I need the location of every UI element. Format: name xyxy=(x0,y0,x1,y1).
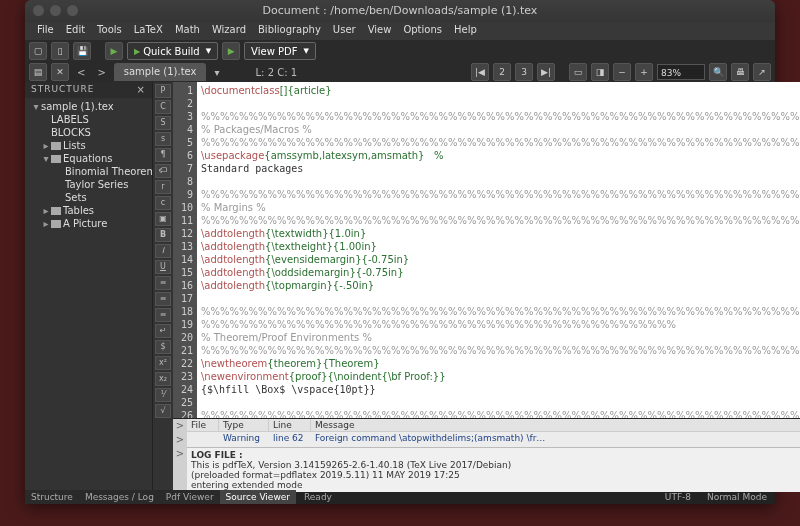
menubar: File Edit Tools LaTeX Math Wizard Biblio… xyxy=(25,22,775,40)
image-icon[interactable]: ▣ xyxy=(155,212,171,226)
status-tab-messages[interactable]: Messages / Log xyxy=(79,490,160,504)
prev-doc-icon[interactable]: < xyxy=(73,67,89,78)
zoom-out-icon[interactable]: − xyxy=(613,63,631,81)
pdf-find-icon[interactable]: 🔍 xyxy=(709,63,727,81)
tree-node[interactable]: ▾Equations xyxy=(27,152,150,165)
menu-bibliography[interactable]: Bibliography xyxy=(252,22,327,40)
statusbar: Structure Messages / Log Pdf Viewer Sour… xyxy=(25,490,775,504)
section-icon[interactable]: S xyxy=(155,116,171,130)
menu-options[interactable]: Options xyxy=(397,22,448,40)
pdf-mode-icon[interactable]: ◨ xyxy=(591,63,609,81)
menu-help[interactable]: Help xyxy=(448,22,483,40)
bold-icon[interactable]: B xyxy=(155,228,171,242)
math-icon[interactable]: $ xyxy=(155,340,171,354)
messages-collapse-icon[interactable]: > xyxy=(173,419,187,433)
code-editor[interactable]: 1234567891011121314151617181920212223242… xyxy=(173,82,800,418)
pdf-nav4-icon[interactable]: ▶| xyxy=(537,63,555,81)
messages-collapse-icon2[interactable]: > xyxy=(173,433,187,447)
log-title: LOG FILE : xyxy=(191,450,800,460)
tree-node[interactable]: ▸Lists xyxy=(27,139,150,152)
menu-latex[interactable]: LaTeX xyxy=(128,22,169,40)
menu-file[interactable]: File xyxy=(31,22,60,40)
menu-math[interactable]: Math xyxy=(169,22,206,40)
status-encoding: UTF-8 xyxy=(657,492,699,502)
view-icon[interactable]: ▶ xyxy=(222,42,240,60)
chapter-icon[interactable]: C xyxy=(155,100,171,114)
status-tab-structure[interactable]: Structure xyxy=(25,490,79,504)
structure-close-icon[interactable]: × xyxy=(137,84,146,96)
status-tab-source[interactable]: Source Viewer xyxy=(220,490,296,504)
close-doc-icon[interactable]: ✕ xyxy=(51,63,69,81)
editor-iconstrip: P C S s ¶ 🏷 r c ▣ B I U ≡ ≡ ≡ ↵ $ xyxy=(153,82,173,418)
part-icon[interactable]: P xyxy=(155,84,171,98)
ref-icon[interactable]: r xyxy=(155,180,171,194)
open-file-icon[interactable]: ▯ xyxy=(51,42,69,60)
tree-node[interactable]: ▸Tables xyxy=(27,204,150,217)
structure-sidebar: STRUCTURE× ▾sample (1).texLABELSBLOCKS▸L… xyxy=(25,82,153,490)
pdf-ext-icon[interactable]: ↗ xyxy=(753,63,771,81)
titlebar[interactable]: Document : /home/ben/Downloads/sample (1… xyxy=(25,0,775,22)
frac-icon[interactable]: ⅟ xyxy=(155,388,171,402)
messages-panel: > > File Type Line Message xyxy=(173,418,800,447)
log-collapse-icon[interactable]: > xyxy=(173,447,187,492)
italic-icon[interactable]: I xyxy=(155,244,171,258)
structure-tree[interactable]: ▾sample (1).texLABELSBLOCKS▸Lists▾Equati… xyxy=(25,98,152,490)
log-line: This is pdfTeX, Version 3.14159265-2.6-1… xyxy=(191,460,800,470)
view-pdf-button[interactable]: View PDF▼ xyxy=(244,42,316,60)
sub-icon[interactable]: x₂ xyxy=(155,372,171,386)
log-panel: LOG FILE : This is pdfTeX, Version 3.141… xyxy=(187,447,800,492)
tabbar: ▤ ✕ < > sample (1).tex ▾ L: 2 C: 1 |◀ 2 … xyxy=(25,62,775,82)
cite-icon[interactable]: c xyxy=(155,196,171,210)
underline-icon[interactable]: U xyxy=(155,260,171,274)
menu-user[interactable]: User xyxy=(327,22,362,40)
newline-icon[interactable]: ↵ xyxy=(155,324,171,338)
run-icon[interactable]: ▶ xyxy=(105,42,123,60)
menu-view[interactable]: View xyxy=(362,22,398,40)
new-file-icon[interactable]: ▢ xyxy=(29,42,47,60)
tree-node[interactable]: BLOCKS xyxy=(27,126,150,139)
right-icon[interactable]: ≡ xyxy=(155,308,171,322)
left-icon[interactable]: ≡ xyxy=(155,276,171,290)
line-gutter: 1234567891011121314151617181920212223242… xyxy=(173,82,197,418)
subsection-icon[interactable]: s xyxy=(155,132,171,146)
status-mode: Normal Mode xyxy=(699,492,775,502)
center-icon[interactable]: ≡ xyxy=(155,292,171,306)
pdf-print-icon[interactable]: 🖶 xyxy=(731,63,749,81)
tree-node[interactable]: Sets xyxy=(27,191,150,204)
tree-node[interactable]: ▾sample (1).tex xyxy=(27,100,150,113)
tab-sample[interactable]: sample (1).tex xyxy=(114,63,207,81)
app-window: Document : /home/ben/Downloads/sample (1… xyxy=(25,0,775,504)
sqrt-icon[interactable]: √ xyxy=(155,404,171,418)
save-file-icon[interactable]: 💾 xyxy=(73,42,91,60)
tree-node[interactable]: Taylor Series xyxy=(27,178,150,191)
structure-title: STRUCTURE× xyxy=(25,82,152,98)
pdf-nav2-icon[interactable]: 2 xyxy=(493,63,511,81)
tree-node[interactable]: LABELS xyxy=(27,113,150,126)
log-line: (preloaded format=pdflatex 2019.5.11) 11… xyxy=(191,470,800,480)
messages-header: File Type Line Message xyxy=(187,419,800,432)
zoom-level[interactable]: 83% xyxy=(657,64,705,80)
pdf-fit-icon[interactable]: ▭ xyxy=(569,63,587,81)
pdf-nav3-icon[interactable]: 3 xyxy=(515,63,533,81)
code-area[interactable]: \documentclass[]{article} %%%%%%%%%%%%%%… xyxy=(197,82,800,418)
next-doc-icon[interactable]: > xyxy=(93,67,109,78)
message-row[interactable]: Warning line 62 Foreign command \atopwit… xyxy=(187,432,800,445)
sup-icon[interactable]: x² xyxy=(155,356,171,370)
menu-tools[interactable]: Tools xyxy=(91,22,128,40)
status-tab-pdf[interactable]: Pdf Viewer xyxy=(160,490,220,504)
label-icon[interactable]: 🏷 xyxy=(155,164,171,178)
tree-node[interactable]: ▸A Picture xyxy=(27,217,150,230)
log-line: entering extended mode xyxy=(191,480,800,490)
quick-build-button[interactable]: ▶Quick Build▼ xyxy=(127,42,218,60)
cursor-position: L: 2 C: 1 xyxy=(252,67,302,78)
paragraph-icon[interactable]: ¶ xyxy=(155,148,171,162)
menu-wizard[interactable]: Wizard xyxy=(206,22,252,40)
tree-node[interactable]: Binomial Theorem xyxy=(27,165,150,178)
pdf-nav1-icon[interactable]: |◀ xyxy=(471,63,489,81)
window-controls[interactable] xyxy=(33,5,78,16)
zoom-in-icon[interactable]: + xyxy=(635,63,653,81)
doc-list-icon[interactable]: ▤ xyxy=(29,63,47,81)
menu-edit[interactable]: Edit xyxy=(60,22,91,40)
status-ready: Ready xyxy=(296,492,340,502)
dropdown-icon[interactable]: ▾ xyxy=(210,67,223,78)
